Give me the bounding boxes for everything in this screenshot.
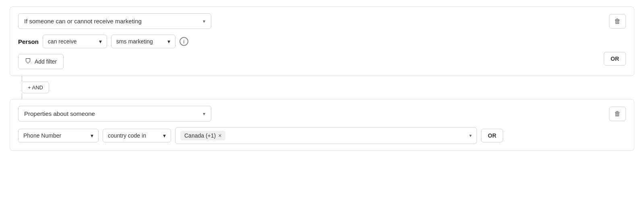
can-receive-select[interactable]: can receive ▾ <box>43 35 107 48</box>
canada-tag-label: Canada (+1) <box>184 132 216 139</box>
or-label-block1: OR <box>611 56 619 62</box>
vertical-line-bottom <box>22 93 22 99</box>
properties-condition-label: Properties about someone <box>24 110 95 117</box>
trash-icon-2: 🗑 <box>614 110 621 117</box>
or-button-block1[interactable]: OR <box>604 52 626 66</box>
filter-icon: ⛉ <box>25 58 31 65</box>
chevron-down-icon-sms: ▾ <box>167 38 170 45</box>
or-button-block2[interactable]: OR <box>481 129 503 142</box>
vertical-line-top <box>22 76 22 82</box>
sms-marketing-label: sms marketing <box>116 38 153 45</box>
add-filter-label: Add filter <box>35 58 57 65</box>
chevron-down-icon-country-code: ▾ <box>163 132 166 139</box>
condition-block-2: Properties about someone ▾ 🗑 Phone Numbe… <box>10 99 634 151</box>
country-code-label: country code in <box>108 132 146 139</box>
condition-block-1: If someone can or cannot receive marketi… <box>10 6 634 76</box>
and-connector: + AND <box>22 76 634 99</box>
and-label: + AND <box>28 84 43 91</box>
canada-tag: Canada (+1) × <box>180 131 225 140</box>
chevron-down-icon-phone: ▾ <box>91 132 93 139</box>
delete-block2-button[interactable]: 🗑 <box>609 107 626 121</box>
person-label: Person <box>18 38 39 45</box>
sms-marketing-select[interactable]: sms marketing ▾ <box>111 35 175 48</box>
marketing-condition-select[interactable]: If someone can or cannot receive marketi… <box>18 13 211 29</box>
delete-block1-button[interactable]: 🗑 <box>609 14 626 29</box>
country-value-select[interactable]: Canada (+1) × ▾ <box>175 127 477 144</box>
info-icon[interactable]: i <box>180 37 188 46</box>
properties-condition-select[interactable]: Properties about someone ▾ <box>18 106 211 121</box>
phone-number-label: Phone Number <box>23 132 61 139</box>
chevron-down-icon: ▾ <box>203 19 205 24</box>
chevron-down-icon-can-receive: ▾ <box>99 38 102 45</box>
trash-icon: 🗑 <box>614 18 621 25</box>
chevron-down-icon-country-value: ▾ <box>469 133 472 138</box>
can-receive-label: can receive <box>48 38 77 45</box>
or-label-block2: OR <box>488 132 496 139</box>
and-button[interactable]: + AND <box>22 82 49 93</box>
country-code-select[interactable]: country code in ▾ <box>103 129 171 142</box>
phone-number-select[interactable]: Phone Number ▾ <box>18 129 99 142</box>
remove-canada-tag[interactable]: × <box>218 132 221 139</box>
add-filter-button[interactable]: ⛉ Add filter <box>18 54 64 69</box>
marketing-condition-label: If someone can or cannot receive marketi… <box>24 18 142 25</box>
chevron-down-icon-props: ▾ <box>203 111 205 117</box>
